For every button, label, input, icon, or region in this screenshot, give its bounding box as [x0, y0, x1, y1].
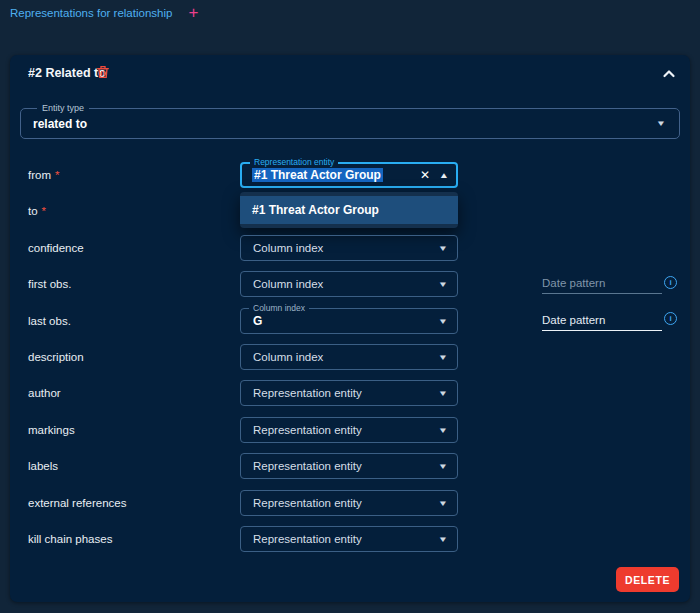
entity-type-label: Entity type: [37, 103, 89, 113]
from-select-value: #1 Threat Actor Group: [252, 168, 383, 182]
last-obs-floating-label: Column index: [249, 303, 309, 313]
chevron-up-icon: ▲: [439, 171, 449, 180]
last-obs-date-pattern-input[interactable]: [542, 309, 662, 331]
field-label-external-references: external references: [28, 495, 126, 511]
kill-chain-phases-representation-select[interactable]: Representation entity ▼: [240, 526, 458, 552]
from-representation-select[interactable]: Representation entity #1 Threat Actor Gr…: [240, 162, 458, 188]
field-label-from: from*: [28, 167, 59, 183]
chevron-down-icon: ▼: [438, 317, 448, 326]
chevron-down-icon: ▼: [438, 426, 448, 435]
chevron-up-icon[interactable]: [658, 64, 680, 86]
entity-type-value: related to: [33, 117, 657, 131]
last-obs-select-value: G: [253, 314, 439, 328]
entity-type-select[interactable]: Entity type related to ▼: [20, 108, 680, 139]
add-representation-icon[interactable]: +: [188, 6, 198, 20]
representation-entity-dropdown: #1 Threat Actor Group: [240, 192, 458, 228]
required-marker: *: [42, 205, 46, 217]
field-label-first-obs: first obs.: [28, 276, 71, 292]
chevron-down-icon: ▼: [656, 119, 666, 128]
from-select-floating-label: Representation entity: [250, 157, 338, 167]
required-marker: *: [55, 169, 59, 181]
trash-icon[interactable]: [94, 64, 111, 81]
chevron-down-icon: ▼: [438, 462, 448, 471]
confidence-column-select[interactable]: Column index ▼: [240, 235, 458, 261]
representations-header: Representations for relationship +: [10, 6, 198, 20]
representation-panel: #2 Related to Entity type related to ▼ f…: [10, 55, 690, 602]
field-label-author: author: [28, 385, 61, 401]
external-references-representation-select[interactable]: Representation entity ▼: [240, 490, 458, 516]
last-obs-column-select[interactable]: Column index G ▼: [240, 308, 458, 334]
clear-icon[interactable]: ✕: [420, 168, 430, 182]
chevron-down-icon: ▼: [438, 535, 448, 544]
chevron-down-icon: ▼: [438, 280, 448, 289]
markings-representation-select[interactable]: Representation entity ▼: [240, 417, 458, 443]
author-representation-select[interactable]: Representation entity ▼: [240, 380, 458, 406]
chevron-down-icon: ▼: [438, 244, 448, 253]
field-label-description: description: [28, 349, 84, 365]
info-icon[interactable]: i: [664, 276, 677, 289]
info-icon[interactable]: i: [664, 312, 677, 325]
labels-representation-select[interactable]: Representation entity ▼: [240, 453, 458, 479]
field-label-to: to*: [28, 203, 46, 219]
field-label-kill-chain-phases: kill chain phases: [28, 531, 112, 547]
first-obs-column-select[interactable]: Column index ▼: [240, 271, 458, 297]
chevron-down-icon: ▼: [438, 499, 448, 508]
chevron-down-icon: ▼: [438, 389, 448, 398]
first-obs-date-pattern-input[interactable]: [542, 272, 662, 294]
delete-button[interactable]: DELETE: [616, 567, 679, 592]
dropdown-option-threat-actor-group[interactable]: #1 Threat Actor Group: [240, 196, 458, 224]
field-label-labels: labels: [28, 458, 58, 474]
csv-mapper-relationship-form: { "colors": { "page_background": "#11253…: [0, 0, 700, 613]
chevron-down-icon: ▼: [438, 353, 448, 362]
field-label-markings: markings: [28, 422, 75, 438]
description-column-select[interactable]: Column index ▼: [240, 344, 458, 370]
field-label-confidence: confidence: [28, 240, 84, 256]
representations-title: Representations for relationship: [10, 7, 172, 19]
field-label-last-obs: last obs.: [28, 313, 71, 329]
